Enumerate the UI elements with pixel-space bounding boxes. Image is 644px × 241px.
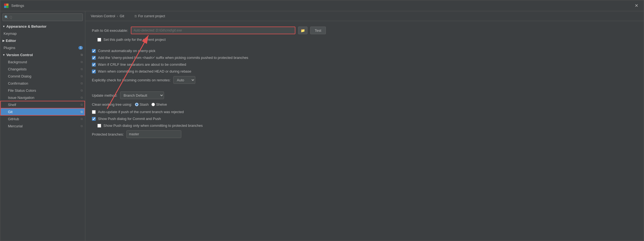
show-push-label: Show Push dialog for Commit and Push [98,117,161,121]
sidebar-item-keymap[interactable]: Keymap [0,30,85,37]
settings-main-panel: Version Control › Git 🖺 For current proj… [85,11,644,241]
warn-crlf-label: Warn if CRLF line separators are about t… [98,62,186,67]
protected-branches-label: Protected branches: [92,132,124,136]
collapse-arrow: ▼ [2,25,5,28]
sidebar-item-file-status-colors[interactable]: File Status Colors ⧉ [0,87,85,94]
sidebar-item-label: File Status Colors [8,88,36,93]
svg-rect-0 [4,4,6,6]
incoming-dropdown[interactable]: Auto Always Never [173,76,195,84]
add-suffix-row: Add the 'cherry-picked from <hash>' suff… [92,56,637,60]
incoming-label: Explicitly check for incoming commits on… [92,78,171,82]
sidebar-item-issue-navigation[interactable]: Issue Navigation ⧉ [0,94,85,101]
test-button[interactable]: Test [310,27,326,34]
add-suffix-label: Add the 'cherry-picked from <hash>' suff… [98,56,248,60]
copy-icon: ⧉ [81,74,83,78]
update-method-row: Update method: Branch Default Merge Reba… [92,91,637,99]
sidebar-item-editor[interactable]: ▶ Editor [0,37,85,44]
set-path-label: Set this path only for the current proje… [103,38,166,42]
auto-update-row: Auto-update if push of the current branc… [92,110,637,114]
copy-icon: ⧉ [81,53,83,57]
search-box[interactable]: 🔍 [2,13,83,21]
main-content: 🔍 ▼ Appearance & Behavior Keymap ▶ Edito… [0,11,644,241]
breadcrumb: Version Control › Git 🖺 For current proj… [85,11,644,21]
sidebar-item-label: Background [8,60,27,64]
project-label-container: 🖺 For current project [134,14,165,18]
clean-radio-group: Stash Shelve [135,102,167,107]
update-method-dropdown[interactable]: Branch Default Merge Rebase [120,91,164,99]
clean-tree-row: Clean working tree using: Stash Shelve [92,102,637,107]
sidebar-item-label: Appearance & Behavior [6,24,47,28]
sidebar-item-label: Changelists [8,67,27,71]
sidebar-item-label: Issue Navigation [8,96,34,100]
shelve-label: Shelve [156,102,167,107]
search-input[interactable] [10,15,81,19]
copy-icon: ⧉ [81,82,83,85]
copy-icon: ⧉ [81,96,83,99]
window-title: Settings [11,4,632,8]
project-link: For current project [138,14,165,18]
sidebar-item-label: Editor [6,39,16,43]
update-method-label: Update method: [92,93,117,97]
commit-cherry-label: Commit automatically on cherry-pick [98,49,156,53]
sidebar-item-label: GitHub [8,117,19,121]
shelve-option: Shelve [151,102,167,107]
sidebar-item-version-control[interactable]: ▼ Version Control ⧉ [0,51,85,58]
commit-cherry-row: Commit automatically on cherry-pick [92,49,637,53]
show-push-row: Show Push dialog for Commit and Push [92,117,637,121]
svg-rect-1 [6,4,9,6]
file-icon: 🖺 [134,15,137,18]
settings-content: Path to Git executable: 📁 Test Set this … [85,21,644,241]
incoming-row: Explicitly check for incoming commits on… [92,76,637,84]
svg-rect-2 [4,6,6,8]
svg-rect-3 [6,6,9,8]
sidebar-item-github[interactable]: GitHub ⧉ [0,115,85,122]
show-push-protected-checkbox[interactable] [97,124,101,128]
git-path-input[interactable] [131,27,295,34]
warn-detached-label: Warn when committing in detached HEAD or… [98,69,191,73]
copy-icon: ⧉ [81,60,83,64]
sidebar-item-label: Confirmation [8,81,28,85]
warn-detached-row: Warn when committing in detached HEAD or… [92,69,637,73]
sidebar-item-commit-dialog[interactable]: Commit Dialog ⧉ [0,73,85,80]
protected-branches-row: Protected branches: [92,130,637,138]
sidebar-item-plugins[interactable]: Plugins 1 [0,44,85,51]
copy-icon: ⧉ [81,124,83,128]
sidebar-item-label: Version Control [6,53,33,57]
sidebar-item-label: Mercurial [8,124,22,128]
sidebar-item-label: Plugins [4,46,15,50]
warn-crlf-checkbox[interactable] [92,63,96,67]
sidebar-item-shelf[interactable]: Shelf ⧉ [0,101,85,108]
shelve-radio[interactable] [151,103,155,106]
sidebar-item-label: Commit Dialog [8,74,31,78]
set-path-checkbox[interactable] [97,38,101,42]
auto-update-checkbox[interactable] [92,110,96,114]
sidebar-item-appearance-behavior[interactable]: ▼ Appearance & Behavior [0,23,85,30]
show-push-checkbox[interactable] [92,117,96,121]
copy-icon: ⧉ [81,67,83,71]
protected-branches-input[interactable] [126,130,181,138]
app-icon [4,3,9,8]
stash-radio[interactable] [135,103,139,106]
breadcrumb-arrow: › [117,14,118,18]
sidebar-item-changelists[interactable]: Changelists ⧉ [0,65,85,73]
breadcrumb-part1: Version Control [91,14,115,18]
sidebar-item-background[interactable]: Background ⧉ [0,58,85,65]
add-suffix-checkbox[interactable] [92,56,96,60]
show-push-protected-label: Show Push dialog only when committing to… [103,124,203,128]
close-button[interactable]: ✕ [632,2,640,9]
folder-icon: 📁 [301,28,305,33]
warn-detached-checkbox[interactable] [92,70,96,73]
sidebar-item-confirmation[interactable]: Confirmation ⧉ [0,80,85,87]
sidebar: 🔍 ▼ Appearance & Behavior Keymap ▶ Edito… [0,11,85,241]
commit-cherry-checkbox[interactable] [92,49,96,53]
search-icon: 🔍 [4,15,9,19]
git-path-label: Path to Git executable: [92,28,128,33]
stash-label: Stash [140,102,149,107]
sidebar-item-git[interactable]: Git ⧉ [0,108,85,115]
copy-icon: ⧉ [81,117,83,121]
set-path-row: Set this path only for the current proje… [92,38,637,42]
sidebar-item-mercurial[interactable]: Mercurial ⧉ [0,122,85,130]
browse-folder-button[interactable]: 📁 [298,27,307,34]
titlebar: Settings ✕ [0,0,644,11]
copy-icon: ⧉ [81,110,83,114]
